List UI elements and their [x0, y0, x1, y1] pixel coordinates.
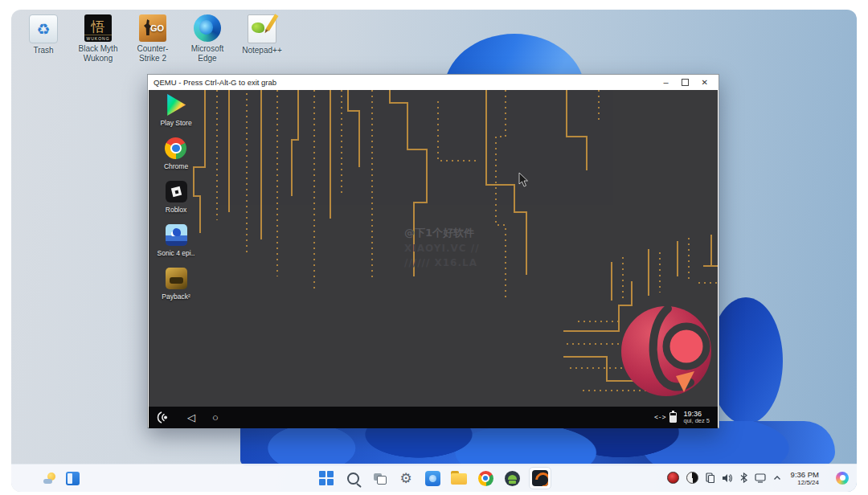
windows-logo-icon	[319, 471, 334, 485]
home-icon[interactable]: ○	[212, 412, 219, 423]
cast-display-icon[interactable]	[755, 473, 766, 483]
qemu-window: QEMU - Press Ctrl-Alt-G to exit grab – ✕	[147, 74, 719, 428]
task-view-icon	[374, 473, 385, 483]
widgets-panel-icon[interactable]	[66, 472, 80, 485]
primeos-start-icon[interactable]	[157, 411, 170, 424]
watermark-line1: @下1个好软件	[404, 225, 480, 241]
desktop-icon-label: Notepad++	[242, 46, 282, 55]
android-status-area[interactable]: <-> 19:36 qui, dez 5	[654, 410, 710, 425]
chrome-icon	[478, 471, 493, 486]
soldier-silhouette-icon	[144, 19, 151, 35]
folder-icon	[451, 473, 467, 485]
android-app-payback2[interactable]: Payback²	[162, 268, 190, 301]
payback2-icon	[166, 268, 187, 289]
wukong-calligraphy: 悟	[92, 20, 105, 34]
settings-button[interactable]: ⚙	[396, 468, 416, 488]
clipboard-icon[interactable]	[706, 472, 714, 483]
wallpaper-watermark: @下1个好软件 XIAOYI.VC // ////// X16.LA	[404, 225, 480, 270]
wukong-badge: WUKONG	[84, 35, 112, 42]
desktop-icon-row: ♻ Trash 悟 WUKONG Black Myth Wukong GO Co…	[18, 14, 288, 63]
record-indicator-icon[interactable]	[667, 472, 679, 484]
desktop-icon-notepad-plus-plus[interactable]: Notepad++	[236, 14, 288, 63]
taskbar-clock[interactable]: 9:36 PM 12/5/24	[791, 470, 819, 487]
microsoft-store-icon	[425, 471, 440, 486]
play-store-icon	[166, 94, 187, 116]
recycle-bin-icon: ♻	[29, 14, 58, 43]
weather-widget-icon[interactable]	[43, 472, 56, 485]
system-tray: 9:36 PM 12/5/24	[667, 470, 849, 487]
microsoft-store-button[interactable]	[423, 468, 442, 488]
taskbar-time: 9:36 PM	[791, 470, 819, 479]
sonic4-icon	[166, 224, 187, 246]
desktop-icon-label: Counter-Strike 2	[127, 44, 178, 63]
desktop-icon-label: Trash	[33, 46, 53, 55]
notepad-plus-plus-icon	[248, 14, 276, 43]
qemu-icon	[532, 470, 548, 486]
taskbar-date: 12/5/24	[797, 479, 819, 487]
desktop-icon-microsoft-edge[interactable]: Microsoft Edge	[182, 14, 233, 63]
android-nav-buttons: ◁ ○	[157, 411, 219, 424]
volume-icon[interactable]	[722, 473, 733, 483]
search-button[interactable]	[343, 468, 362, 488]
primeos-logo	[620, 302, 718, 400]
android-app-play-store[interactable]: Play Store	[160, 94, 191, 127]
mouse-cursor	[518, 172, 530, 188]
file-explorer-button[interactable]	[449, 468, 469, 488]
bluetooth-icon[interactable]	[740, 472, 747, 483]
android-emulator-button[interactable]	[502, 468, 522, 488]
qemu-taskbar-button-active[interactable]	[529, 467, 551, 489]
qemu-window-title: QEMU - Press Ctrl-Alt-G to exit grab	[154, 78, 663, 87]
android-droid-icon	[505, 471, 520, 486]
cs2-go-text: GO	[150, 23, 164, 33]
android-app-label: Play Store	[160, 119, 191, 127]
windows-desktop: ♻ Trash 悟 WUKONG Black Myth Wukong GO Co…	[11, 10, 857, 492]
gear-icon: ⚙	[399, 472, 411, 485]
android-app-label: Chrome	[164, 162, 188, 170]
android-screen: Play Store Chrome Roblox Sonic 4 epi.. P…	[149, 90, 718, 407]
android-app-label: Roblox	[166, 206, 186, 214]
edge-browser-icon	[194, 14, 221, 42]
android-app-label: Sonic 4 epi..	[158, 249, 195, 257]
desktop-icon-label: Black Myth Wukong	[72, 44, 124, 63]
battery-icon	[669, 412, 677, 423]
task-view-button[interactable]	[370, 468, 389, 488]
desktop-icon-trash[interactable]: ♻ Trash	[18, 14, 69, 63]
window-controls: – ✕	[663, 78, 708, 87]
cs2-game-icon: GO	[139, 14, 166, 42]
watermark-line3: ////// X16.LA	[404, 256, 480, 270]
android-app-roblox[interactable]: Roblox	[166, 181, 187, 214]
android-navbar: ◁ ○ <-> 19:36 qui, dez 5	[149, 407, 718, 428]
taskbar-center: ⚙	[317, 467, 551, 489]
hidden-icons-chevron[interactable]	[773, 475, 781, 481]
windows-taskbar: ⚙	[11, 464, 857, 492]
android-app-sonic4[interactable]: Sonic 4 epi..	[158, 224, 195, 257]
close-icon[interactable]: ✕	[702, 79, 708, 87]
android-date: qui, dez 5	[683, 418, 710, 425]
wallpaper-bloom-petal-right	[709, 297, 783, 424]
back-icon[interactable]: ◁	[187, 412, 195, 423]
chrome-taskbar-button[interactable]	[476, 468, 495, 488]
android-app-label: Payback²	[162, 292, 190, 301]
taskbar-left	[43, 472, 80, 485]
chameleon-icon	[252, 22, 264, 33]
chrome-icon	[165, 137, 186, 159]
pencil-icon	[266, 14, 279, 31]
roblox-icon	[166, 181, 187, 202]
android-app-chrome[interactable]: Chrome	[164, 137, 188, 170]
disk-utility-icon[interactable]	[686, 472, 698, 484]
desktop-icon-black-myth-wukong[interactable]: 悟 WUKONG Black Myth Wukong	[72, 14, 124, 63]
android-app-column: Play Store Chrome Roblox Sonic 4 epi.. P…	[152, 94, 200, 301]
usb-connection-icon: <->	[654, 414, 665, 421]
copilot-icon[interactable]	[836, 472, 849, 485]
wukong-game-icon: 悟 WUKONG	[84, 14, 112, 42]
minimize-icon[interactable]: –	[663, 78, 668, 87]
maximize-icon[interactable]	[682, 79, 689, 86]
watermark-line2: XIAOYI.VC //	[404, 241, 480, 256]
desktop-icon-label: Microsoft Edge	[182, 44, 233, 63]
desktop-icon-counter-strike-2[interactable]: GO Counter-Strike 2	[127, 14, 178, 63]
qemu-titlebar[interactable]: QEMU - Press Ctrl-Alt-G to exit grab – ✕	[148, 75, 719, 90]
start-button[interactable]	[317, 468, 336, 488]
search-icon	[347, 472, 359, 485]
android-clock[interactable]: 19:36 qui, dez 5	[683, 410, 710, 425]
